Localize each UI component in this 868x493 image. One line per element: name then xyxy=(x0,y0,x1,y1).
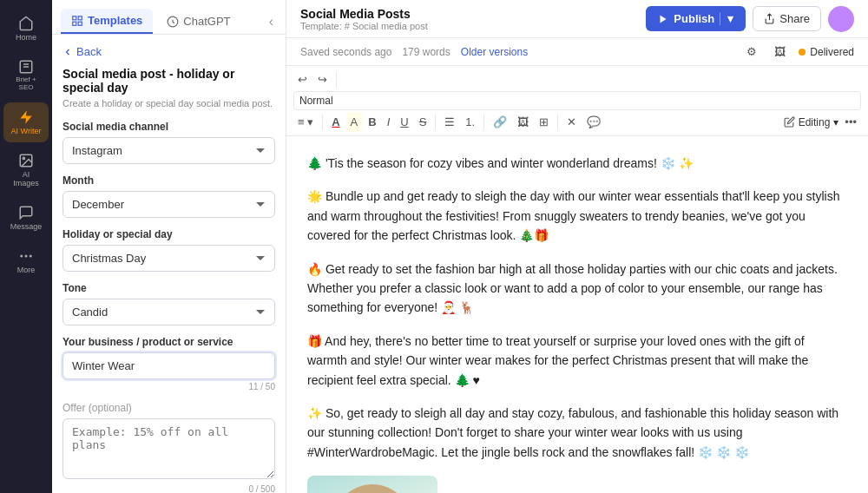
share-button[interactable]: Share xyxy=(753,6,821,31)
channel-label: Social media channel xyxy=(62,121,275,133)
bold-button[interactable]: B xyxy=(364,112,380,132)
svg-point-4 xyxy=(23,157,24,159)
sidebar-form: Back Social media post - holiday or spec… xyxy=(52,35,286,493)
clear-format-button[interactable]: ✕ xyxy=(562,112,581,132)
toolbar-divider-2 xyxy=(322,115,323,130)
nav-ai-images[interactable]: AI Images xyxy=(3,146,49,194)
channel-select[interactable]: Instagram Facebook Twitter LinkedIn xyxy=(62,137,275,164)
business-char-count: 11 / 50 xyxy=(62,382,275,391)
collapse-sidebar-button[interactable]: ‹ xyxy=(266,10,277,33)
holiday-select[interactable]: Christmas Day New Year's Day Thanksgivin… xyxy=(62,245,275,272)
bullet-list-button[interactable]: ☰ xyxy=(440,112,459,132)
comment-button[interactable]: 💬 xyxy=(582,112,605,132)
user-avatar[interactable] xyxy=(828,6,854,32)
doc-title: Social Media Posts xyxy=(300,7,428,21)
svg-point-5 xyxy=(20,254,23,257)
publish-chevron: ▾ xyxy=(720,12,733,25)
link-button[interactable]: 🔗 xyxy=(489,112,511,132)
holiday-label: Holiday or special day xyxy=(62,228,275,240)
toolbar-divider-3 xyxy=(435,115,436,130)
offer-textarea[interactable] xyxy=(62,418,275,479)
delivered-dot xyxy=(799,49,806,56)
svg-point-6 xyxy=(25,254,28,257)
offer-label: Offer (optional) xyxy=(62,402,275,414)
font-color-button[interactable]: A xyxy=(327,112,344,132)
format-select[interactable]: NormalHeading 1Heading 2 xyxy=(293,91,861,110)
back-button[interactable]: Back xyxy=(62,45,102,58)
header-left: Social Media Posts Template: # Social me… xyxy=(300,7,428,31)
nav-message[interactable]: Message xyxy=(3,198,49,238)
saved-status: Saved seconds ago xyxy=(300,46,391,58)
word-count: 179 words xyxy=(402,46,450,58)
left-nav: Home Brief + SEO AI Writer AI Images Mes… xyxy=(0,0,52,493)
strikethrough-button[interactable]: S xyxy=(415,112,431,132)
nav-more[interactable]: More xyxy=(3,241,49,281)
more-options-button[interactable]: ••• xyxy=(840,112,861,132)
editor-image xyxy=(307,476,437,493)
form-subtitle: Create a holiday or special day social m… xyxy=(62,98,275,108)
tone-select[interactable]: Candid Professional Casual xyxy=(62,299,275,325)
delivered-badge: Delivered xyxy=(799,46,854,58)
editing-mode-indicator: Editing ▾ xyxy=(784,116,839,128)
meta-left: Saved seconds ago 179 words Older versio… xyxy=(300,46,528,58)
tab-templates[interactable]: Templates xyxy=(61,9,153,34)
business-label: Your business / product or service xyxy=(62,336,275,348)
align-button[interactable]: ≡ ▾ xyxy=(293,112,318,132)
template-label: Template: # Social media post xyxy=(300,21,428,31)
table-button[interactable]: ⊞ xyxy=(535,112,553,132)
editor-para-3: 🔥 Get ready to set the fashion bar high … xyxy=(307,260,847,318)
sidebar-tabs: Templates ChatGPT ‹ xyxy=(52,0,286,35)
svg-rect-10 xyxy=(78,22,82,25)
toolbar-divider-1 xyxy=(336,72,337,88)
offer-char-count: 0 / 500 xyxy=(62,484,275,493)
undo-button[interactable]: ↩ xyxy=(293,69,312,89)
image-insert-button[interactable]: 🖼 xyxy=(513,112,533,132)
svg-rect-9 xyxy=(78,16,82,19)
toolbar-divider-4 xyxy=(483,115,484,130)
sidebar-panel: Templates ChatGPT ‹ Back Social media po… xyxy=(52,0,286,493)
nav-brief-seo[interactable]: Brief + SEO xyxy=(3,52,49,99)
main-content: Social Media Posts Template: # Social me… xyxy=(286,0,868,493)
top-header: Social Media Posts Template: # Social me… xyxy=(286,0,868,38)
redo-button[interactable]: ↪ xyxy=(313,69,332,89)
meta-right: ⚙ 🖼 Delivered xyxy=(742,42,854,62)
editor-meta-bar: Saved seconds ago 179 words Older versio… xyxy=(286,38,868,66)
italic-button[interactable]: I xyxy=(383,112,395,132)
form-title: Social media post - holiday or special d… xyxy=(62,67,275,95)
image-icon-btn[interactable]: 🖼 xyxy=(770,42,790,62)
publish-button[interactable]: Publish ▾ xyxy=(646,6,746,31)
older-versions-link[interactable]: Older versions xyxy=(461,46,528,58)
tone-label: Tone xyxy=(62,282,275,294)
tab-chatgpt[interactable]: ChatGPT xyxy=(156,10,240,33)
svg-marker-13 xyxy=(661,15,667,23)
header-right: Publish ▾ Share xyxy=(646,6,854,32)
editor-para-2: 🌟 Bundle up and get ready to sleigh the … xyxy=(307,187,847,245)
editor-area[interactable]: 🌲 'Tis the season for cozy vibes and win… xyxy=(286,136,868,493)
svg-rect-11 xyxy=(73,22,76,25)
ordered-list-button[interactable]: 1. xyxy=(461,112,479,132)
settings-icon-btn[interactable]: ⚙ xyxy=(742,42,761,62)
editor-toolbar: ↩ ↪ NormalHeading 1Heading 2 ≡ ▾ A A B I… xyxy=(286,66,868,136)
business-input[interactable]: Winter Wear xyxy=(62,352,275,379)
month-select[interactable]: JanuaryFebruaryMarch AprilMayJune JulyAu… xyxy=(62,191,275,218)
editor-para-4: 🎁 And hey, there's no better time to tre… xyxy=(307,332,847,390)
toolbar-divider-5 xyxy=(557,115,558,130)
svg-rect-8 xyxy=(73,16,76,19)
svg-point-7 xyxy=(30,254,32,257)
highlight-button[interactable]: A xyxy=(346,112,363,132)
underline-button[interactable]: U xyxy=(396,112,412,132)
month-label: Month xyxy=(62,174,275,187)
nav-ai-writer[interactable]: AI Writer xyxy=(3,102,49,142)
editor-para-1: 🌲 'Tis the season for cozy vibes and win… xyxy=(307,154,847,173)
nav-home[interactable]: Home xyxy=(3,9,49,49)
editor-para-5: ✨ So, get ready to sleigh all day and st… xyxy=(307,404,847,462)
